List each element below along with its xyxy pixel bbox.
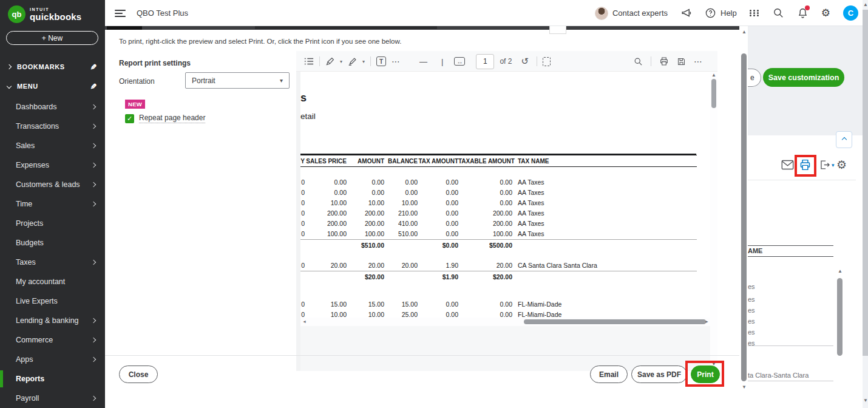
table-row: 00.000.000.000.000.00AA Taxes	[300, 188, 697, 198]
zoom-out-icon[interactable]: —	[419, 57, 428, 66]
sidebar-item-label: Transactions	[16, 122, 59, 131]
scroll-up-arrow[interactable]: ▲	[711, 73, 716, 78]
notifications-button[interactable]	[797, 7, 809, 19]
contact-experts-button[interactable]: Contact experts	[595, 7, 668, 20]
checkbox-checked[interactable]: ✓	[125, 114, 134, 123]
sidebar-item-taxes[interactable]: Taxes	[0, 253, 105, 272]
table-cell: 0	[300, 219, 305, 229]
table-row: 0200.00200.00210.000.00200.00AA Taxes	[300, 208, 697, 219]
sidebar-item-dashboards[interactable]: Dashboards	[0, 97, 105, 117]
sidebar-item-payroll[interactable]: Payroll	[0, 389, 105, 408]
tax-name-row-fragment: es	[748, 328, 755, 336]
apps-grid-icon[interactable]	[750, 10, 760, 16]
page-scrollbar-thumb[interactable]	[863, 10, 868, 356]
scroll-down-arrow[interactable]: ▼	[863, 398, 868, 403]
more-options-icon[interactable]: ⋯	[694, 56, 703, 66]
sidebar-item-sales[interactable]: Sales	[0, 136, 105, 155]
table-total-cell	[512, 240, 697, 250]
footer-divider	[105, 355, 739, 356]
sidebar-item-transactions[interactable]: Transactions	[0, 117, 105, 136]
table-cell: 15.00	[305, 299, 347, 310]
sidebar-item-label: Sales	[16, 141, 35, 150]
export-report-icon[interactable]	[819, 159, 830, 171]
new-button[interactable]: + New	[6, 31, 98, 45]
clipped-content-notch	[549, 26, 566, 34]
collapse-panel-button[interactable]	[836, 131, 852, 148]
viewer-vertical-scrollbar[interactable]: ▲ ▼	[710, 72, 717, 371]
sidebar-item-label: Commerce	[16, 336, 53, 344]
panel-scrollbar-thumb[interactable]	[837, 278, 843, 356]
page-number-input[interactable]: 1	[476, 54, 494, 69]
repeat-page-header-checkbox-row[interactable]: ✓ Repeat page header	[125, 114, 205, 123]
collapse-sidebar-icon[interactable]	[115, 8, 126, 19]
settings-gear-icon[interactable]: ⚙	[821, 8, 830, 18]
sidebar-item-my-accountant[interactable]: My accountant	[0, 272, 105, 291]
sidebar-item-expenses[interactable]: Expenses	[0, 155, 105, 175]
table-cell: AA Taxes	[512, 177, 697, 188]
table-cell: 0.00	[458, 310, 512, 318]
sidebar-item-lending-banking[interactable]: Lending & banking	[0, 311, 105, 330]
help-button[interactable]: Help	[705, 7, 737, 19]
sidebar-item-projects[interactable]: Projects	[0, 214, 105, 233]
user-avatar[interactable]: C	[843, 5, 858, 21]
email-report-icon[interactable]	[781, 160, 794, 170]
pen-caret-icon[interactable]: ▾	[340, 59, 342, 64]
scroll-right-arrow[interactable]: ►	[705, 319, 709, 324]
table-of-contents-icon[interactable]	[304, 57, 314, 66]
sidebar-item-apps[interactable]: Apps	[0, 350, 105, 369]
save-customization-button[interactable]: Save customization	[763, 68, 844, 87]
page-scrollbar[interactable]: ▲ ▼	[863, 0, 868, 408]
viewer-hscroll-thumb[interactable]	[524, 319, 706, 324]
modal-scrollbar[interactable]: ▲ ▼	[739, 26, 748, 408]
close-button[interactable]: Close	[119, 365, 158, 383]
rotate-page-icon[interactable]: ↺	[521, 56, 529, 67]
search-button[interactable]	[773, 7, 784, 19]
column-header: TAX NAME	[512, 155, 697, 166]
save-as-pdf-button[interactable]: Save as PDF	[631, 365, 687, 383]
more-tools-icon[interactable]: ⋯	[392, 56, 401, 66]
table-total-cell: $500.00	[458, 240, 512, 250]
fit-to-width-icon[interactable]: ↔	[454, 57, 465, 66]
scroll-up-arrow[interactable]: ▲	[863, 2, 868, 7]
table-total-cell	[512, 271, 697, 282]
edit-pencil-icon[interactable]: ✎	[90, 82, 97, 91]
highlighter-icon[interactable]	[348, 57, 357, 66]
sidebar-section-menu[interactable]: MENU ✎	[0, 80, 105, 93]
edit-pencil-icon[interactable]: ✎	[90, 63, 97, 72]
column-header: TAX AMOUNT	[418, 155, 458, 166]
table-cell: 0.00	[347, 188, 384, 198]
orientation-select[interactable]: Portrait ▾	[185, 72, 290, 89]
export-caret-down-icon[interactable]: ▾	[832, 162, 835, 168]
table-cell: 10.00	[347, 198, 384, 208]
scroll-left-arrow[interactable]: ◄	[302, 319, 307, 324]
report-subtitle-fragment: etail	[300, 112, 316, 121]
sidebar-item-commerce[interactable]: Commerce	[0, 330, 105, 350]
viewer-horizontal-scrollbar[interactable]: ◄ ►	[300, 318, 710, 326]
column-header: SALES PRICE	[305, 155, 347, 166]
viewer-vscroll-thumb[interactable]	[711, 79, 716, 108]
chevron-down-icon	[7, 84, 12, 89]
sidebar-section-bookmarks[interactable]: BOOKMARKS ✎	[0, 60, 105, 73]
draw-pen-icon[interactable]	[325, 57, 334, 66]
sidebar-item-time[interactable]: Time	[0, 194, 105, 214]
modal-scrollbar-thumb[interactable]	[741, 53, 747, 381]
announcements-button[interactable]	[680, 7, 692, 19]
sidebar-item-budgets[interactable]: Budgets	[0, 233, 105, 253]
scroll-up-arrow[interactable]: ▲	[742, 30, 747, 35]
email-button[interactable]: Email	[590, 365, 628, 383]
print-document-icon[interactable]	[659, 56, 669, 66]
sidebar-item-reports[interactable]: Reports	[0, 369, 105, 389]
scroll-up-arrow[interactable]: ▲	[838, 269, 843, 274]
save-document-icon[interactable]	[677, 57, 686, 66]
scroll-down-arrow[interactable]: ▼	[742, 385, 747, 390]
add-text-icon[interactable]: T	[376, 56, 386, 66]
page-view-icon[interactable]	[543, 57, 551, 66]
chevron-right-icon	[91, 104, 96, 109]
sidebar-item-live-experts[interactable]: Live Experts	[0, 291, 105, 311]
highlighter-caret-icon[interactable]: ▾	[362, 59, 365, 64]
table-cell: AA Taxes	[512, 219, 697, 229]
report-settings-gear-icon[interactable]: ⚙	[836, 159, 847, 171]
table-total-cell: $1.90	[418, 271, 458, 282]
search-document-icon[interactable]	[634, 57, 643, 66]
sidebar-item-customers-leads[interactable]: Customers & leads	[0, 175, 105, 194]
